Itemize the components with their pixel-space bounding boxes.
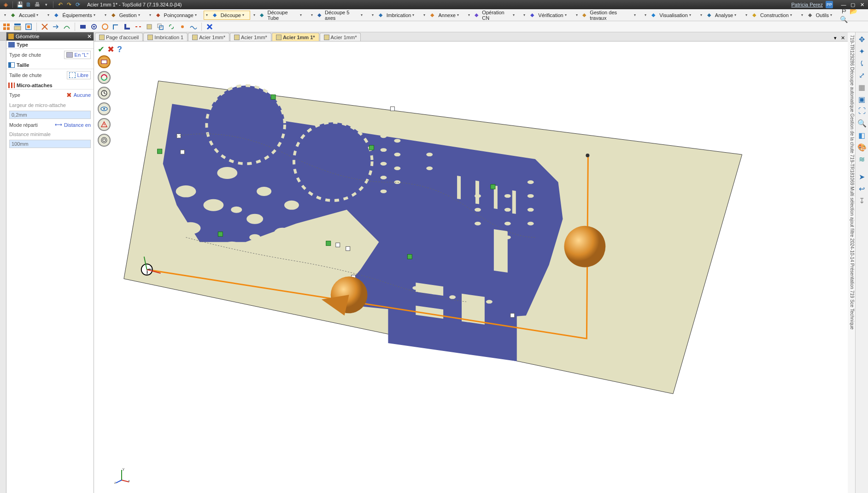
svg-rect-92 xyxy=(336,243,340,247)
rt-pan-icon[interactable]: ✥ xyxy=(857,34,867,44)
tb-cut-icon[interactable] xyxy=(40,22,49,31)
chevron-down-icon[interactable]: ▾ xyxy=(42,1,50,8)
rt-palette-icon[interactable]: 🎨 xyxy=(857,142,867,152)
viewport-3d[interactable]: ✔ ✖ ? xyxy=(94,42,848,493)
ribbon-gestion[interactable]: ▾◆Gestion▾ xyxy=(102,11,146,20)
svg-point-54 xyxy=(380,148,387,152)
rt-zoom-icon[interactable]: 🔍 xyxy=(857,118,867,128)
search-icon[interactable]: 🔍 xyxy=(840,15,848,24)
ribbon-gestion-des-travaux[interactable]: ▾◆Gestion des travaux▾ xyxy=(574,8,642,22)
ribbon-poin-onnage[interactable]: ▾◆Poinçonnage▾ xyxy=(147,11,203,20)
ribbon-label: Accueil xyxy=(19,12,35,18)
picker-micro-type[interactable]: ✖ Aucune xyxy=(66,91,91,99)
ribbon-label: Outils xyxy=(816,12,829,18)
qat-app-icon[interactable]: ◈ xyxy=(2,1,9,8)
rt-align-icon[interactable]: ⤢ xyxy=(857,70,867,80)
ribbon-annexe[interactable]: ▾◆Annexe▾ xyxy=(421,11,464,20)
doc-tab[interactable]: Acier 1mm* xyxy=(188,33,229,41)
tb-rect-icon[interactable] xyxy=(78,22,88,31)
save-icon[interactable]: 💾 xyxy=(16,1,23,8)
tb-patch-icon[interactable] xyxy=(145,22,154,31)
tb-corner-icon[interactable] xyxy=(111,22,121,31)
rt-cube-icon[interactable]: ◧ xyxy=(857,130,867,140)
tab-menu-icon[interactable]: ▾ xyxy=(832,35,839,41)
ribbon-d-coupe[interactable]: ▾◆Découpe▾ xyxy=(204,11,250,20)
print-icon[interactable]: 🖶 xyxy=(34,1,41,8)
ribbon-icon: ◆ xyxy=(808,12,815,18)
rt-zoomall-icon[interactable]: ⛶ xyxy=(857,106,867,116)
svg-point-33 xyxy=(246,214,263,224)
tb-break-icon[interactable] xyxy=(134,22,143,31)
doc-tab[interactable]: Acier 1mm 1* xyxy=(272,33,319,41)
svg-rect-85 xyxy=(218,232,223,237)
panel-close-button[interactable]: ✕ xyxy=(87,33,92,40)
ribbon-analyse[interactable]: ▾◆Analyse▾ xyxy=(698,11,742,20)
svg-point-29 xyxy=(176,185,196,197)
doc-tab-label: Imbrication 1 xyxy=(154,35,183,40)
rt-rotate-icon[interactable]: ⤹ xyxy=(857,58,867,68)
rt-down-icon[interactable]: ↧ xyxy=(857,196,867,206)
ribbon--quipements[interactable]: ▾◆Équipements▾ xyxy=(45,11,101,20)
rt-grid-icon[interactable]: ▦ xyxy=(857,82,867,92)
ribbon-v-rification[interactable]: ▾◆Vérification▾ xyxy=(521,11,572,20)
rt-layers-icon[interactable]: ≋ xyxy=(857,154,867,164)
tab-close-all-icon[interactable]: ✕ xyxy=(839,35,846,41)
input-micro-width[interactable] xyxy=(9,111,91,119)
ribbon-outils[interactable]: ▾◆Outils▾ xyxy=(799,11,838,20)
tb-arrow-icon[interactable] xyxy=(51,22,60,31)
tb-delete-icon[interactable] xyxy=(205,22,214,31)
svg-rect-5 xyxy=(14,26,21,30)
ribbon-label: Analyse xyxy=(715,12,733,18)
username-link[interactable]: Patricia Perez xyxy=(792,2,823,7)
ribbon-label: Gestion xyxy=(119,12,137,18)
tb-offset-icon[interactable] xyxy=(156,22,165,31)
row-micro-type: Type ✖ Aucune xyxy=(6,89,94,101)
avatar[interactable]: PP xyxy=(826,1,833,8)
rt-send-icon[interactable]: ➤ xyxy=(857,172,867,182)
svg-rect-83 xyxy=(369,145,374,150)
maximize-button[interactable]: ▢ xyxy=(849,1,857,8)
ribbon-label: Opération CN xyxy=(482,10,511,21)
close-button[interactable]: ✕ xyxy=(858,1,866,8)
chevron-down-icon: ▾ xyxy=(513,13,518,17)
rt-back-icon[interactable]: ↩ xyxy=(857,184,867,194)
row-micro-mode: Mode réparti ⟷ Distance en xyxy=(6,120,94,130)
tb-lshape-icon[interactable] xyxy=(123,22,132,31)
tb-wave-icon[interactable] xyxy=(189,22,198,31)
svg-point-71 xyxy=(504,222,511,226)
input-micro-min[interactable] xyxy=(9,140,91,148)
tb-gear-icon[interactable] xyxy=(89,22,99,31)
tb-grid-icon[interactable] xyxy=(2,22,11,31)
ribbon-imbrication[interactable]: ▾◆Imbrication▾ xyxy=(369,11,421,20)
rt-window-icon[interactable]: ▣ xyxy=(857,94,867,104)
document-tabs: Page d'accueilImbrication 1Acier 1mm*Aci… xyxy=(94,32,848,42)
picker-taille-chute[interactable]: Libre xyxy=(67,71,91,79)
tb-circle-icon[interactable] xyxy=(100,22,110,31)
picker-type-chute[interactable]: En "L" xyxy=(64,51,91,59)
tb-part-icon[interactable] xyxy=(24,22,33,31)
ribbon-visualisation[interactable]: ▾◆Visualisation▾ xyxy=(642,11,697,20)
toolbar xyxy=(0,21,868,32)
ribbon-construction[interactable]: ▾◆Construction▾ xyxy=(743,11,798,20)
redo-icon[interactable]: ↷ xyxy=(65,1,73,8)
rt-orbit-icon[interactable]: ✦ xyxy=(857,46,867,56)
saveall-icon[interactable]: 🗎 xyxy=(25,1,32,8)
doc-tab[interactable]: Page d'accueil xyxy=(95,33,143,41)
undo-icon[interactable]: ↶ xyxy=(57,1,64,8)
ribbon-d-coupe-5-axes[interactable]: ▾◆Découpe 5 axes▾ xyxy=(309,8,369,22)
minimize-button[interactable]: — xyxy=(839,1,848,8)
svg-point-15 xyxy=(181,25,184,28)
ribbon-accueil[interactable]: ▾◆Accueil▾ xyxy=(2,11,44,20)
ribbon-op-ration-cn[interactable]: ▾◆Opération CN▾ xyxy=(466,8,521,22)
tb-layout-icon[interactable] xyxy=(13,22,22,31)
tb-link-icon[interactable] xyxy=(167,22,176,31)
tb-lead-icon[interactable] xyxy=(62,22,71,31)
chevron-down-icon: ▾ xyxy=(830,13,836,17)
picker-micro-mode[interactable]: ⟷ Distance en xyxy=(55,122,91,128)
tb-dot-icon[interactable] xyxy=(178,22,187,31)
doc-tab[interactable]: Imbrication 1 xyxy=(143,33,188,41)
doc-tab[interactable]: Acier 1mm* xyxy=(230,33,271,41)
history-icon[interactable]: ⟳ xyxy=(74,1,82,8)
ribbon-d-coupe-tube[interactable]: ▾◆Découpe Tube▾ xyxy=(251,8,308,22)
doc-tab[interactable]: Acier 1mm* xyxy=(320,33,361,41)
